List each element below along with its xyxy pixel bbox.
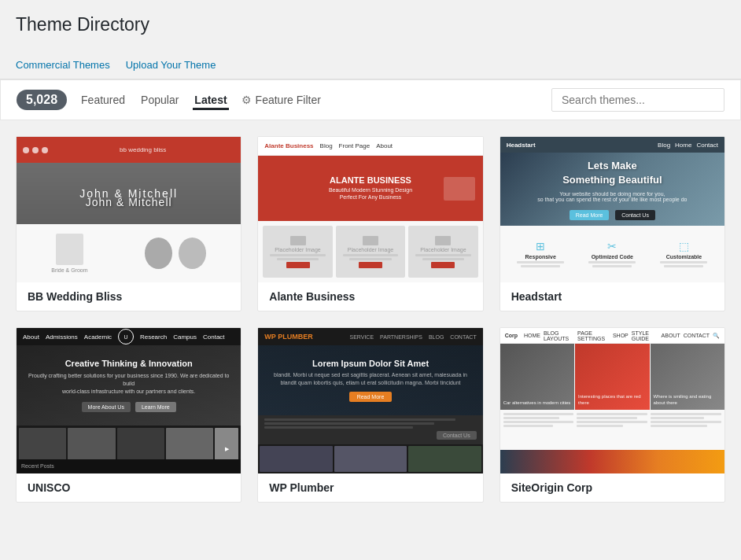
theme-name-headstart: Headstart bbox=[500, 282, 724, 311]
commercial-themes-link[interactable]: Commercial Themes bbox=[16, 51, 110, 79]
theme-screenshot-headstart: Headstart BlogHomeContact Lets MakeSomet… bbox=[500, 137, 724, 282]
tab-featured[interactable]: Featured bbox=[79, 90, 127, 109]
toolbar: 5,028 Featured Popular Latest ⚙ Feature … bbox=[0, 79, 741, 120]
theme-screenshot-corp: Corp HOMEBLOG LAYOUTSPAGE SETTINGSSHOPST… bbox=[500, 328, 724, 473]
theme-count-badge: 5,028 bbox=[17, 90, 67, 110]
theme-card-alante-business[interactable]: Alante Business BlogFront PageAbout ALAN… bbox=[257, 136, 483, 311]
theme-screenshot-alante: Alante Business BlogFront PageAbout ALAN… bbox=[258, 137, 482, 282]
page-header: Theme Directory bbox=[0, 0, 741, 51]
theme-card-headstart[interactable]: Headstart BlogHomeContact Lets MakeSomet… bbox=[500, 136, 725, 311]
theme-name-alante: Alante Business bbox=[258, 282, 482, 311]
upload-theme-link[interactable]: Upload Your Theme bbox=[126, 51, 216, 79]
tab-popular[interactable]: Popular bbox=[139, 90, 180, 109]
theme-screenshot-plumber: WP PLUMBER SERVICE PARTNERSHIPS BLOG CON… bbox=[258, 328, 482, 473]
theme-card-unisco[interactable]: AboutAdmissionsAcademic U ResearchCampus… bbox=[16, 327, 241, 503]
feature-filter-label: Feature Filter bbox=[256, 94, 321, 106]
nav-bar: Commercial Themes Upload Your Theme bbox=[0, 51, 741, 79]
tab-latest[interactable]: Latest bbox=[193, 90, 228, 110]
search-input[interactable] bbox=[551, 88, 724, 112]
theme-card-wp-plumber[interactable]: WP PLUMBER SERVICE PARTNERSHIPS BLOG CON… bbox=[257, 327, 483, 503]
page-wrapper: Theme Directory Commercial Themes Upload… bbox=[0, 0, 741, 560]
theme-screenshot-bb: bb wedding bliss John & Mitchell Bride &… bbox=[17, 137, 241, 282]
feature-filter-button[interactable]: ⚙ Feature Filter bbox=[241, 94, 321, 106]
alante-inner: Alante Business BlogFront PageAbout ALAN… bbox=[258, 137, 482, 282]
theme-name-plumber: WP Plumber bbox=[258, 473, 482, 502]
page-title: Theme Directory bbox=[16, 14, 725, 35]
theme-screenshot-unisco: AboutAdmissionsAcademic U ResearchCampus… bbox=[17, 328, 241, 473]
theme-name-unisco: UNISCO bbox=[17, 473, 241, 502]
theme-card-bb-wedding-bliss[interactable]: bb wedding bliss John & Mitchell Bride &… bbox=[16, 136, 241, 311]
theme-name-bb: BB Wedding Bliss bbox=[17, 282, 241, 311]
gear-icon: ⚙ bbox=[241, 94, 252, 106]
theme-card-siteorigin-corp[interactable]: Corp HOMEBLOG LAYOUTSPAGE SETTINGSSHOPST… bbox=[500, 327, 725, 503]
themes-grid: bb wedding bliss John & Mitchell Bride &… bbox=[0, 120, 741, 518]
theme-name-corp: SiteOrigin Corp bbox=[500, 473, 724, 502]
